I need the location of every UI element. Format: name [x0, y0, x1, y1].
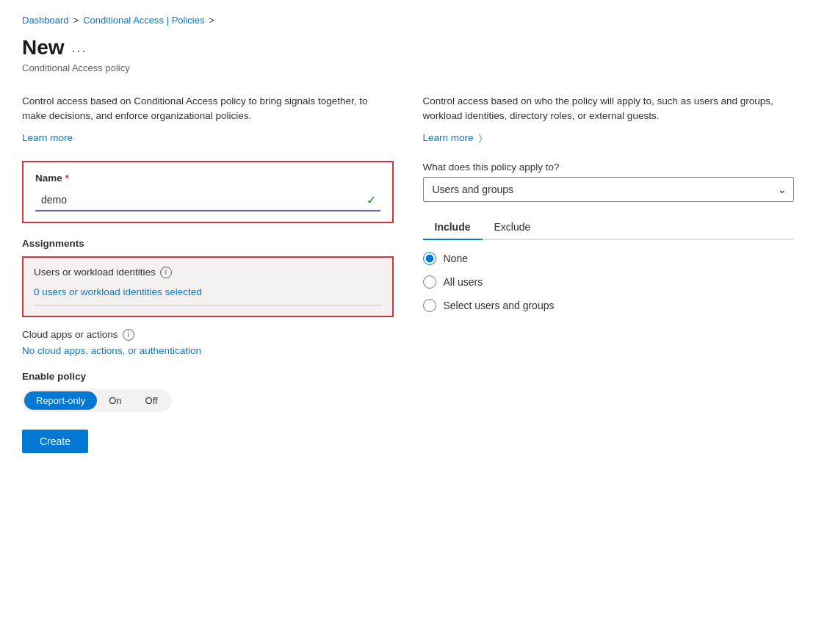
enable-policy-label: Enable policy	[22, 371, 394, 382]
name-section: Name * ✓	[22, 161, 394, 223]
policy-applies-label: What does this policy apply to?	[423, 162, 795, 173]
users-box-title-row: Users or workload identities i	[34, 267, 382, 278]
cloud-apps-link[interactable]: No cloud apps, actions, or authenticatio…	[22, 345, 394, 356]
toggle-off[interactable]: Off	[134, 391, 170, 410]
policy-dropdown-wrapper: Users and groups Workload identities ⌄	[423, 177, 795, 202]
policy-dropdown[interactable]: Users and groups Workload identities	[423, 177, 795, 202]
cursor-icon: 〉	[479, 132, 482, 144]
users-box-title-text: Users or workload identities	[34, 267, 156, 278]
name-input-wrapper: ✓	[35, 189, 380, 211]
check-icon: ✓	[367, 193, 376, 207]
users-box-link[interactable]: 0 users or workload identities selected	[34, 286, 202, 297]
right-learn-more-link[interactable]: Learn more 〉	[423, 132, 483, 143]
toggle-group: Report-only On Off	[22, 389, 172, 412]
right-column: Control access based on who the policy w…	[423, 94, 795, 453]
breadcrumb: Dashboard > Conditional Access | Policie…	[22, 15, 794, 26]
tab-exclude[interactable]: Exclude	[483, 215, 543, 239]
right-description: Control access based on who the policy w…	[423, 94, 795, 124]
name-input[interactable]	[35, 189, 380, 211]
toggle-on[interactable]: On	[97, 391, 133, 410]
name-field-label: Name *	[35, 173, 380, 184]
page-subtitle: Conditional Access policy	[22, 62, 794, 73]
left-column: Control access based on Conditional Acce…	[22, 94, 394, 453]
radio-none-input[interactable]	[423, 252, 436, 265]
page-title-text: New	[22, 36, 65, 59]
radio-select-users-label: Select users and groups	[444, 300, 555, 311]
cloud-apps-row: Cloud apps or actions i	[22, 329, 394, 341]
radio-select-users-input[interactable]	[423, 299, 436, 312]
users-assignment-box: Users or workload identities i 0 users o…	[22, 256, 394, 317]
breadcrumb-conditional-access[interactable]: Conditional Access | Policies	[83, 15, 204, 26]
breadcrumb-separator-2: >	[209, 15, 214, 26]
radio-all-users-label: All users	[444, 276, 483, 288]
main-grid: Control access based on Conditional Acce…	[22, 94, 794, 453]
radio-all-users[interactable]: All users	[423, 275, 795, 289]
users-info-icon: i	[160, 267, 172, 278]
radio-none-label: None	[444, 253, 468, 264]
users-box-divider	[34, 305, 382, 305]
left-description: Control access based on Conditional Acce…	[22, 94, 394, 124]
breadcrumb-separator-1: >	[73, 15, 79, 26]
page-title-ellipsis: ...	[72, 40, 87, 56]
tab-include[interactable]: Include	[423, 215, 483, 239]
cloud-apps-label: Cloud apps or actions	[22, 329, 118, 340]
cloud-apps-info-icon: i	[123, 329, 134, 341]
toggle-report-only[interactable]: Report-only	[24, 391, 97, 410]
page-title-row: New ...	[22, 36, 794, 59]
create-button[interactable]: Create	[22, 430, 88, 453]
left-learn-more-link[interactable]: Learn more	[22, 132, 73, 143]
radio-select-users[interactable]: Select users and groups	[423, 299, 795, 312]
radio-group: None All users Select users and groups	[423, 252, 795, 312]
radio-all-users-input[interactable]	[423, 275, 436, 289]
name-required-star: *	[65, 173, 69, 184]
breadcrumb-dashboard[interactable]: Dashboard	[22, 15, 69, 26]
radio-none[interactable]: None	[423, 252, 795, 265]
tabs-row: Include Exclude	[423, 215, 795, 240]
assignments-label: Assignments	[22, 238, 394, 249]
